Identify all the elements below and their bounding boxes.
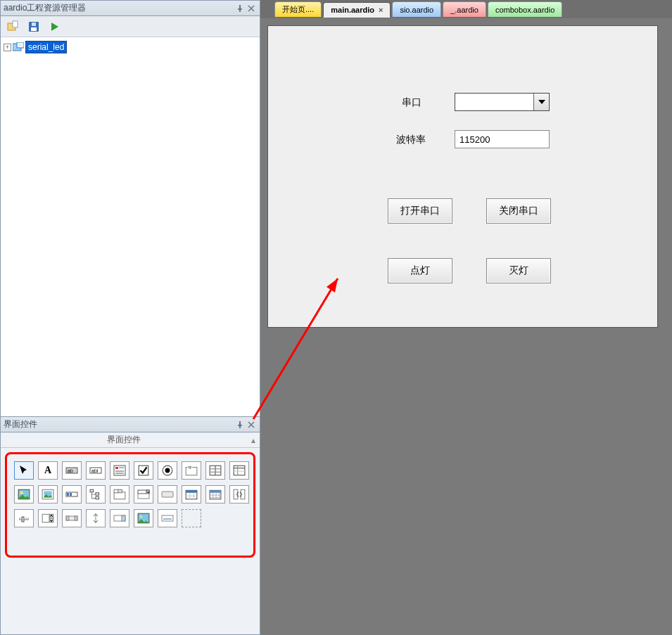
listbox-tool-icon[interactable] (205, 461, 225, 480)
tab-main[interactable]: main.aardio× (323, 2, 391, 18)
svg-rect-1 (13, 21, 18, 27)
label-tool-icon[interactable]: A (38, 461, 58, 480)
save-button[interactable] (26, 19, 42, 34)
project-panel-header: aardio工程资源管理器 (1, 1, 260, 16)
tab-start[interactable]: 开始页.... (274, 1, 322, 17)
editor-tab-bar: 开始页.... main.aardio× sio.aardio _.aardio… (260, 0, 672, 18)
syslink-tool-icon[interactable] (158, 509, 177, 527)
form-canvas[interactable]: 串口 波特率 打开串口 关闭串口 点灯 灭灯 (267, 25, 658, 328)
led-off-button[interactable]: 灭灯 (486, 258, 551, 283)
project-tree[interactable]: + serial_led (1, 37, 260, 416)
tab-combobox[interactable]: combobox.aardio (488, 1, 562, 17)
plus-tool-icon[interactable] (134, 509, 153, 527)
tab-sio[interactable]: sio.aardio (392, 1, 441, 17)
tab-label: sio.aardio (400, 6, 433, 14)
controls-tab-row: 界面控件 ▴ (1, 432, 260, 448)
svg-point-76 (140, 515, 142, 518)
svg-rect-35 (67, 493, 69, 496)
scroll-up-icon[interactable]: ▴ (247, 435, 260, 445)
run-button[interactable] (47, 19, 63, 34)
picturebox-tool-icon[interactable] (14, 485, 34, 503)
checkbox-tool-icon[interactable] (134, 461, 153, 480)
baud-input[interactable] (455, 130, 550, 148)
groupbox-tool-icon[interactable]: xy (182, 461, 201, 480)
svg-rect-46 (162, 492, 173, 497)
controls-toolbox: A ab abl xy (5, 452, 255, 558)
tab-label: _.aardio (450, 6, 478, 14)
baud-label: 波特率 (396, 134, 426, 146)
project-panel-title: aardio工程资源管理器 (4, 2, 234, 14)
svg-rect-45 (138, 494, 149, 499)
pointer-tool-icon[interactable] (14, 461, 34, 480)
svg-point-31 (20, 492, 23, 495)
controls-panel: 界面控件 界面控件 ▴ A ab abl (1, 416, 260, 634)
svg-rect-36 (70, 493, 72, 496)
svg-rect-39 (96, 496, 99, 499)
vscroll-tool-icon[interactable] (86, 509, 106, 527)
calendar-tool-icon[interactable] (205, 485, 225, 503)
tree-root-label[interactable]: serial_led (25, 41, 67, 53)
svg-rect-38 (96, 493, 99, 495)
tab-close-icon[interactable]: × (379, 6, 383, 14)
splitter-tool-icon[interactable] (229, 485, 249, 503)
tab-label: 开始页.... (282, 4, 314, 15)
svg-rect-12 (115, 467, 118, 469)
controls-body: 界面控件 ▴ A ab abl xy (1, 432, 260, 634)
static-text-tool-icon[interactable]: ab (62, 461, 82, 480)
button-tool-icon[interactable] (158, 485, 177, 503)
right-editor-area: 开始页.... main.aardio× sio.aardio _.aardio… (260, 0, 672, 635)
listview-tool-icon[interactable] (229, 461, 249, 480)
svg-text:ab: ab (68, 468, 73, 473)
controls-tab-label[interactable]: 界面控件 (1, 434, 247, 446)
tab-label: combobox.aardio (495, 6, 554, 14)
svg-rect-42 (118, 489, 122, 493)
svg-rect-62 (22, 517, 24, 522)
radio-tool-icon[interactable] (158, 461, 177, 480)
close-port-button[interactable]: 关闭串口 (486, 198, 551, 224)
edit-tool-icon[interactable]: abl (86, 461, 106, 480)
svg-rect-74 (122, 515, 125, 521)
svg-rect-19 (186, 468, 197, 475)
close-icon[interactable] (246, 419, 257, 430)
treeview-tool-icon[interactable] (86, 485, 106, 503)
controls-panel-header: 界面控件 (1, 417, 260, 432)
dropdown-icon[interactable] (533, 94, 549, 110)
form-designer-surface[interactable]: 串口 波特率 打开串口 关闭串口 点灯 灭灯 (260, 18, 672, 635)
svg-rect-41 (114, 489, 118, 493)
trackbar-tool-icon[interactable] (14, 509, 34, 527)
pin-icon[interactable] (234, 3, 246, 14)
svg-rect-71 (75, 516, 77, 520)
pin-icon[interactable] (234, 419, 246, 430)
svg-rect-6 (17, 42, 24, 48)
progressbar-tool-icon[interactable] (62, 485, 82, 503)
spin-tool-icon[interactable] (38, 509, 58, 527)
port-combobox[interactable] (455, 93, 550, 111)
svg-point-18 (165, 468, 170, 473)
open-port-button[interactable]: 打开串口 (388, 198, 452, 224)
hscroll-tool-icon[interactable] (62, 509, 82, 527)
led-on-button[interactable]: 点灯 (388, 258, 452, 283)
port-label: 串口 (402, 96, 421, 109)
svg-text:xy: xy (189, 466, 192, 469)
datetime-tool-icon[interactable] (182, 485, 201, 503)
new-project-button[interactable] (5, 19, 20, 34)
tree-root-row[interactable]: + serial_led (4, 40, 257, 54)
svg-rect-48 (186, 490, 197, 492)
project-icon (13, 42, 24, 52)
combobox-tool-icon[interactable] (134, 485, 153, 503)
richedit-tool-icon[interactable] (110, 461, 129, 480)
controls-panel-title: 界面控件 (4, 418, 234, 430)
svg-rect-26 (234, 466, 245, 475)
tab-underscore[interactable]: _.aardio (443, 1, 486, 17)
image-tool-icon[interactable] (38, 485, 58, 503)
hotkey-tool-icon[interactable] (110, 509, 129, 527)
svg-rect-77 (162, 515, 173, 521)
custom-tool-icon[interactable] (182, 509, 201, 527)
tab-label: main.aardio (331, 6, 374, 14)
svg-text:abl: abl (91, 468, 99, 473)
tab-tool-icon[interactable] (110, 485, 129, 503)
tree-expand-icon[interactable]: + (4, 44, 11, 51)
close-icon[interactable] (246, 3, 257, 14)
svg-rect-37 (90, 489, 94, 492)
project-toolbar (1, 16, 260, 37)
